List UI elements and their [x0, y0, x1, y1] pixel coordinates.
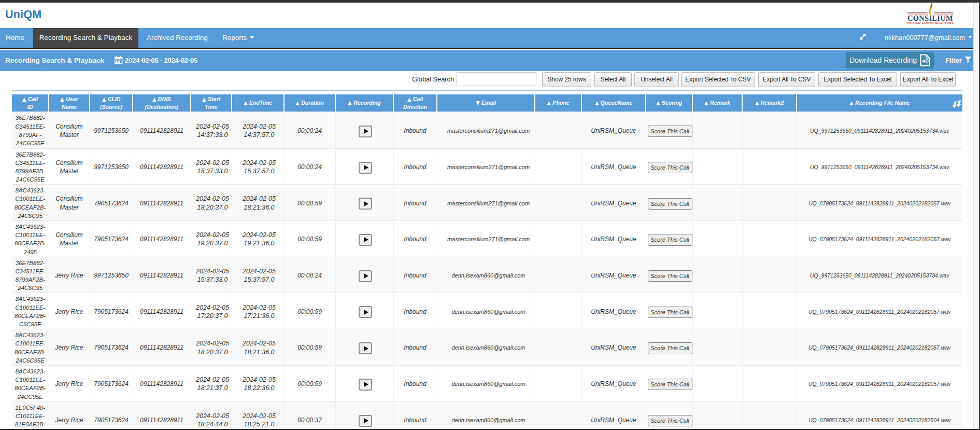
- svg-text:UNIFIED COMMUNICATIONS: UNIFIED COMMUNICATIONS: [907, 21, 954, 24]
